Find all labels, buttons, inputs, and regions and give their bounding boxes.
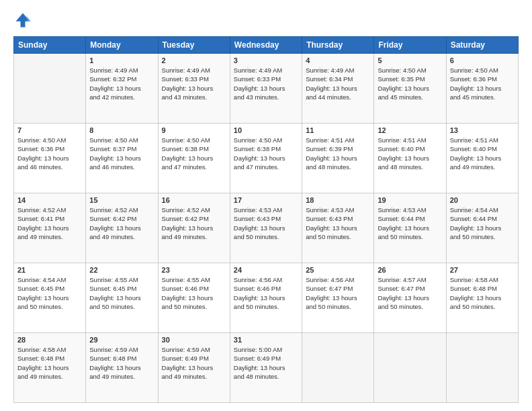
calendar-table: Sunday Monday Tuesday Wednesday Thursday… [13, 36, 519, 403]
day-cell-4-1: 29Sunrise: 4:59 AM Sunset: 6:48 PM Dayli… [86, 333, 158, 403]
day-number: 6 [450, 56, 515, 64]
day-number: 10 [234, 126, 298, 134]
day-cell-3-0: 21Sunrise: 4:54 AM Sunset: 6:45 PM Dayli… [14, 263, 86, 333]
day-info: Sunrise: 4:49 AM Sunset: 6:33 PM Dayligh… [234, 66, 298, 101]
day-cell-4-5 [374, 333, 446, 403]
day-info: Sunrise: 4:50 AM Sunset: 6:38 PM Dayligh… [162, 136, 226, 171]
day-number: 11 [306, 126, 370, 134]
day-number: 22 [89, 266, 154, 274]
header [13, 11, 519, 30]
day-number: 1 [89, 56, 154, 64]
header-tuesday: Tuesday [158, 37, 230, 54]
day-info: Sunrise: 4:50 AM Sunset: 6:35 PM Dayligh… [378, 66, 442, 101]
day-info: Sunrise: 4:49 AM Sunset: 6:33 PM Dayligh… [162, 66, 226, 101]
header-thursday: Thursday [302, 37, 374, 54]
day-number: 23 [162, 266, 226, 274]
day-number: 29 [89, 336, 154, 344]
day-info: Sunrise: 4:50 AM Sunset: 6:38 PM Dayligh… [234, 136, 298, 171]
day-number: 20 [450, 196, 515, 204]
week-row-1: 7Sunrise: 4:50 AM Sunset: 6:36 PM Daylig… [14, 124, 519, 193]
day-cell-2-1: 15Sunrise: 4:52 AM Sunset: 6:42 PM Dayli… [86, 193, 158, 263]
day-cell-3-2: 23Sunrise: 4:55 AM Sunset: 6:46 PM Dayli… [158, 263, 230, 333]
day-cell-0-1: 1Sunrise: 4:49 AM Sunset: 6:32 PM Daylig… [86, 54, 158, 124]
day-number: 28 [17, 336, 82, 344]
day-info: Sunrise: 4:53 AM Sunset: 6:44 PM Dayligh… [378, 205, 442, 241]
weekday-header-row: Sunday Monday Tuesday Wednesday Thursday… [14, 37, 519, 54]
day-number: 18 [306, 196, 370, 204]
day-number: 25 [306, 266, 370, 274]
week-row-2: 14Sunrise: 4:52 AM Sunset: 6:41 PM Dayli… [14, 193, 519, 263]
day-cell-1-2: 9Sunrise: 4:50 AM Sunset: 6:38 PM Daylig… [158, 124, 230, 193]
day-number: 3 [234, 56, 298, 64]
day-info: Sunrise: 4:53 AM Sunset: 6:43 PM Dayligh… [234, 205, 298, 241]
day-info: Sunrise: 4:58 AM Sunset: 6:48 PM Dayligh… [450, 275, 515, 311]
day-cell-2-3: 17Sunrise: 4:53 AM Sunset: 6:43 PM Dayli… [230, 193, 302, 263]
week-row-3: 21Sunrise: 4:54 AM Sunset: 6:45 PM Dayli… [14, 263, 519, 333]
day-cell-3-3: 24Sunrise: 4:56 AM Sunset: 6:46 PM Dayli… [230, 263, 302, 333]
day-info: Sunrise: 4:59 AM Sunset: 6:49 PM Dayligh… [162, 345, 226, 381]
day-info: Sunrise: 4:54 AM Sunset: 6:45 PM Dayligh… [17, 275, 82, 311]
day-info: Sunrise: 5:00 AM Sunset: 6:49 PM Dayligh… [234, 345, 298, 381]
day-cell-0-4: 4Sunrise: 4:49 AM Sunset: 6:34 PM Daylig… [302, 54, 374, 124]
day-cell-4-2: 30Sunrise: 4:59 AM Sunset: 6:49 PM Dayli… [158, 333, 230, 403]
day-number: 19 [378, 196, 442, 204]
day-number: 27 [450, 266, 515, 274]
day-info: Sunrise: 4:57 AM Sunset: 6:47 PM Dayligh… [378, 275, 442, 311]
header-sunday: Sunday [14, 37, 86, 54]
header-friday: Friday [374, 37, 446, 54]
day-cell-2-2: 16Sunrise: 4:52 AM Sunset: 6:42 PM Dayli… [158, 193, 230, 263]
day-cell-0-6: 6Sunrise: 4:50 AM Sunset: 6:36 PM Daylig… [446, 54, 518, 124]
day-number: 17 [234, 196, 298, 204]
day-info: Sunrise: 4:55 AM Sunset: 6:46 PM Dayligh… [162, 275, 226, 311]
day-number: 16 [162, 196, 226, 204]
day-info: Sunrise: 4:51 AM Sunset: 6:39 PM Dayligh… [306, 136, 370, 171]
day-cell-1-5: 12Sunrise: 4:51 AM Sunset: 6:40 PM Dayli… [374, 124, 446, 193]
day-info: Sunrise: 4:52 AM Sunset: 6:42 PM Dayligh… [162, 205, 226, 241]
day-cell-1-0: 7Sunrise: 4:50 AM Sunset: 6:36 PM Daylig… [14, 124, 86, 193]
header-monday: Monday [86, 37, 158, 54]
day-cell-3-6: 27Sunrise: 4:58 AM Sunset: 6:48 PM Dayli… [446, 263, 518, 333]
day-number: 30 [162, 336, 226, 344]
day-info: Sunrise: 4:49 AM Sunset: 6:32 PM Dayligh… [89, 66, 154, 101]
day-info: Sunrise: 4:58 AM Sunset: 6:48 PM Dayligh… [17, 345, 82, 381]
calendar-page: Sunday Monday Tuesday Wednesday Thursday… [0, 0, 532, 411]
day-info: Sunrise: 4:51 AM Sunset: 6:40 PM Dayligh… [378, 136, 442, 171]
day-cell-2-5: 19Sunrise: 4:53 AM Sunset: 6:44 PM Dayli… [374, 193, 446, 263]
day-cell-3-4: 25Sunrise: 4:56 AM Sunset: 6:47 PM Dayli… [302, 263, 374, 333]
week-row-4: 28Sunrise: 4:58 AM Sunset: 6:48 PM Dayli… [14, 333, 519, 403]
day-cell-1-3: 10Sunrise: 4:50 AM Sunset: 6:38 PM Dayli… [230, 124, 302, 193]
day-info: Sunrise: 4:50 AM Sunset: 6:36 PM Dayligh… [17, 136, 82, 171]
day-number: 5 [378, 56, 442, 64]
day-cell-1-6: 13Sunrise: 4:51 AM Sunset: 6:40 PM Dayli… [446, 124, 518, 193]
day-cell-0-5: 5Sunrise: 4:50 AM Sunset: 6:35 PM Daylig… [374, 54, 446, 124]
day-cell-4-0: 28Sunrise: 4:58 AM Sunset: 6:48 PM Dayli… [14, 333, 86, 403]
day-cell-2-6: 20Sunrise: 4:54 AM Sunset: 6:44 PM Dayli… [446, 193, 518, 263]
day-number: 13 [450, 126, 515, 134]
day-cell-0-3: 3Sunrise: 4:49 AM Sunset: 6:33 PM Daylig… [230, 54, 302, 124]
day-number: 4 [306, 56, 370, 64]
day-info: Sunrise: 4:49 AM Sunset: 6:34 PM Dayligh… [306, 66, 370, 101]
day-info: Sunrise: 4:54 AM Sunset: 6:44 PM Dayligh… [450, 205, 515, 241]
day-cell-1-1: 8Sunrise: 4:50 AM Sunset: 6:37 PM Daylig… [86, 124, 158, 193]
day-info: Sunrise: 4:51 AM Sunset: 6:40 PM Dayligh… [450, 136, 515, 171]
logo [13, 11, 35, 30]
day-info: Sunrise: 4:52 AM Sunset: 6:41 PM Dayligh… [17, 205, 82, 241]
logo-icon [13, 11, 32, 30]
day-number: 9 [162, 126, 226, 134]
day-number: 14 [17, 196, 82, 204]
day-number: 31 [234, 336, 298, 344]
day-number: 24 [234, 266, 298, 274]
day-number: 7 [17, 126, 82, 134]
week-row-0: 1Sunrise: 4:49 AM Sunset: 6:32 PM Daylig… [14, 54, 519, 124]
header-wednesday: Wednesday [230, 37, 302, 54]
day-info: Sunrise: 4:56 AM Sunset: 6:47 PM Dayligh… [306, 275, 370, 311]
day-cell-0-2: 2Sunrise: 4:49 AM Sunset: 6:33 PM Daylig… [158, 54, 230, 124]
day-cell-2-4: 18Sunrise: 4:53 AM Sunset: 6:43 PM Dayli… [302, 193, 374, 263]
day-info: Sunrise: 4:59 AM Sunset: 6:48 PM Dayligh… [89, 345, 154, 381]
day-number: 21 [17, 266, 82, 274]
day-cell-1-4: 11Sunrise: 4:51 AM Sunset: 6:39 PM Dayli… [302, 124, 374, 193]
day-cell-3-1: 22Sunrise: 4:55 AM Sunset: 6:45 PM Dayli… [86, 263, 158, 333]
day-number: 15 [89, 196, 154, 204]
day-cell-4-6 [446, 333, 518, 403]
header-saturday: Saturday [446, 37, 518, 54]
